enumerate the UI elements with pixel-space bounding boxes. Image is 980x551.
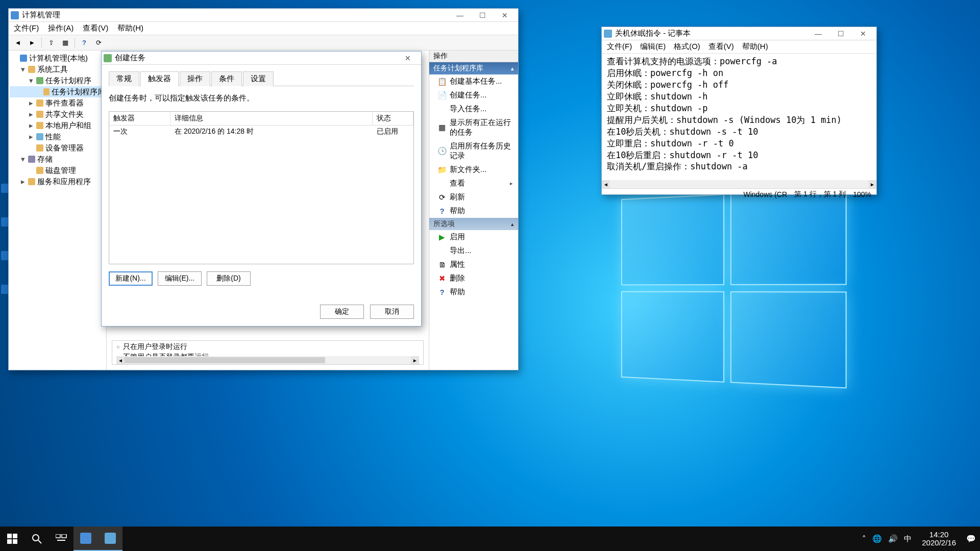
dialog-titlebar[interactable]: 创建任务 ✕ bbox=[102, 52, 421, 65]
notepad-title: 关机休眠指令 - 记事本 bbox=[615, 29, 691, 38]
up-button[interactable]: ⇧ bbox=[45, 37, 57, 49]
action-enable[interactable]: ▶启用 bbox=[429, 230, 518, 244]
np-menu-edit[interactable]: 编辑(E) bbox=[640, 42, 666, 52]
notepad-text-area[interactable]: 查看计算机支持的电源选项：powercfg -a 启用休眠：powercfg -… bbox=[602, 54, 876, 180]
np-menu-view[interactable]: 查看(V) bbox=[708, 42, 734, 52]
forward-button[interactable]: ► bbox=[26, 37, 38, 49]
action-export[interactable]: 导出... bbox=[429, 244, 518, 258]
menu-file[interactable]: 文件(F) bbox=[14, 23, 39, 33]
action-enable-history[interactable]: 🕓启用所有任务历史记录 bbox=[429, 139, 518, 163]
action-properties[interactable]: 🗎属性 bbox=[429, 258, 518, 271]
action-help[interactable]: ?帮助 bbox=[429, 204, 518, 218]
tree-root[interactable]: 计算机管理(本地) bbox=[10, 53, 105, 64]
notepad-titlebar[interactable]: 关机休眠指令 - 记事本 — ☐ ✕ bbox=[602, 27, 876, 40]
tray-volume-icon[interactable]: 🔊 bbox=[888, 534, 898, 543]
tree-local-users[interactable]: ▸本地用户和组 bbox=[10, 120, 105, 131]
np-maximize-button[interactable]: ☐ bbox=[829, 28, 852, 40]
new-trigger-button[interactable]: 新建(N)... bbox=[109, 271, 153, 286]
scroll-left-icon[interactable]: ◄ bbox=[116, 356, 125, 364]
list-row[interactable]: 一次 在 2020/2/16 的 14:28 时 已启用 bbox=[109, 126, 413, 138]
action-view[interactable]: 查看▸ bbox=[429, 177, 518, 190]
col-trigger[interactable]: 触发器 bbox=[109, 112, 170, 125]
np-status-os: Windows (CR bbox=[743, 190, 787, 198]
taskbar-app-mmc[interactable] bbox=[74, 527, 98, 551]
np-menu-format[interactable]: 格式(O) bbox=[674, 42, 700, 52]
radio-option-1[interactable]: 只在用户登录时运行 bbox=[123, 342, 187, 352]
refresh-button[interactable]: ⟳ bbox=[92, 37, 105, 49]
tree-device-manager[interactable]: 设备管理器 bbox=[10, 142, 105, 154]
np-status-pos: 第 1 行，第 1 列 bbox=[794, 190, 846, 199]
action-delete[interactable]: ✖删除 bbox=[429, 271, 518, 285]
action-refresh[interactable]: ⟳刷新 bbox=[429, 190, 518, 204]
tab-triggers[interactable]: 触发器 bbox=[140, 71, 179, 86]
task-view-button[interactable] bbox=[49, 527, 74, 551]
triggers-list[interactable]: 触发器 详细信息 状态 一次 在 2020/2/16 的 14:28 时 已启用 bbox=[109, 111, 414, 264]
menu-view[interactable]: 查看(V) bbox=[83, 23, 108, 33]
tree-performance[interactable]: ▸性能 bbox=[10, 131, 105, 142]
action-create-basic-task[interactable]: 📋创建基本任务... bbox=[429, 74, 518, 88]
minimize-button[interactable]: — bbox=[449, 9, 471, 21]
notepad-icon bbox=[604, 30, 612, 38]
chevron-up-icon: ▴ bbox=[511, 221, 514, 228]
nav-tree[interactable]: 计算机管理(本地) ▾系统工具 ▾任务计划程序 任务计划程序库 ▸事件查看器 ▸… bbox=[9, 51, 107, 370]
tab-general[interactable]: 常规 bbox=[109, 71, 139, 86]
action-import-task[interactable]: 导入任务... bbox=[429, 102, 518, 116]
tab-conditions[interactable]: 条件 bbox=[211, 71, 242, 86]
action-create-task[interactable]: 📄创建任务... bbox=[429, 88, 518, 102]
back-button[interactable]: ◄ bbox=[12, 37, 24, 49]
tray-ime-icon[interactable]: 中 bbox=[904, 534, 912, 544]
np-menu-file[interactable]: 文件(F) bbox=[607, 42, 632, 52]
tray-clock[interactable]: 14:20 2020/2/16 bbox=[918, 531, 960, 547]
props-button[interactable]: ▦ bbox=[59, 37, 71, 49]
menu-action[interactable]: 操作(A) bbox=[48, 23, 74, 33]
action-new-folder[interactable]: 📁新文件夹... bbox=[429, 163, 518, 177]
col-detail[interactable]: 详细信息 bbox=[170, 112, 373, 125]
main-titlebar[interactable]: 计算机管理 — ☐ ✕ bbox=[9, 9, 518, 22]
np-h-scrollbar[interactable]: ◄ ► bbox=[602, 180, 876, 188]
scroll-right-icon[interactable]: ► bbox=[411, 356, 419, 364]
tree-services-apps[interactable]: ▸服务和应用程序 bbox=[10, 176, 105, 187]
np-minimize-button[interactable]: — bbox=[807, 28, 829, 40]
dialog-tabs: 常规 触发器 操作 条件 设置 bbox=[109, 71, 414, 86]
tray-network-icon[interactable]: 🌐 bbox=[872, 534, 882, 543]
edit-trigger-button[interactable]: 编辑(E)... bbox=[158, 271, 202, 286]
tree-task-scheduler-library[interactable]: 任务计划程序库 bbox=[10, 86, 105, 97]
dialog-close-button[interactable]: ✕ bbox=[397, 52, 419, 64]
svg-rect-8 bbox=[57, 540, 65, 541]
actions-title: 操作 bbox=[429, 51, 518, 62]
np-close-button[interactable]: ✕ bbox=[852, 28, 874, 40]
tab-settings[interactable]: 设置 bbox=[243, 71, 274, 86]
cancel-button[interactable]: 取消 bbox=[370, 305, 414, 319]
action-show-running[interactable]: ▦显示所有正在运行的任务 bbox=[429, 116, 518, 139]
tree-event-viewer[interactable]: ▸事件查看器 bbox=[10, 97, 105, 109]
main-toolbar: ◄ ► ⇧ ▦ ? ⟳ bbox=[9, 35, 518, 51]
tab-actions[interactable]: 操作 bbox=[180, 71, 210, 86]
col-status[interactable]: 状态 bbox=[373, 112, 413, 125]
delete-trigger-button[interactable]: 删除(D) bbox=[207, 271, 251, 286]
tree-system-tools[interactable]: ▾系统工具 bbox=[10, 64, 105, 75]
notepad-window: 关机休眠指令 - 记事本 — ☐ ✕ 文件(F) 编辑(E) 格式(O) 查看(… bbox=[601, 27, 877, 195]
np-scroll-right-icon[interactable]: ► bbox=[868, 180, 876, 188]
help-button[interactable]: ? bbox=[78, 37, 90, 49]
action-help-2[interactable]: ?帮助 bbox=[429, 285, 518, 299]
actions-group2-header[interactable]: 所选项▴ bbox=[429, 218, 518, 230]
search-button[interactable] bbox=[24, 527, 49, 551]
menu-help[interactable]: 帮助(H) bbox=[117, 23, 143, 33]
h-scrollbar[interactable]: ◄ ► bbox=[116, 356, 419, 364]
start-button[interactable] bbox=[0, 527, 24, 551]
np-scroll-left-icon[interactable]: ◄ bbox=[602, 180, 610, 188]
ok-button[interactable]: 确定 bbox=[320, 305, 364, 319]
tray-chevron-up-icon[interactable]: ˄ bbox=[862, 534, 866, 543]
tree-storage[interactable]: ▾存储 bbox=[10, 154, 105, 165]
close-button[interactable]: ✕ bbox=[494, 9, 516, 21]
tree-task-scheduler[interactable]: ▾任务计划程序 bbox=[10, 75, 105, 86]
actions-group1-header[interactable]: 任务计划程序库▴ bbox=[429, 62, 518, 74]
taskbar-app-notepad[interactable] bbox=[98, 527, 122, 551]
scroll-thumb[interactable] bbox=[125, 357, 325, 363]
tray-time: 14:20 bbox=[922, 531, 956, 539]
tray-notifications-icon[interactable]: 💬 bbox=[966, 534, 976, 543]
tree-shared-folders[interactable]: ▸共享文件夹 bbox=[10, 109, 105, 120]
tree-disk-management[interactable]: 磁盘管理 bbox=[10, 165, 105, 176]
maximize-button[interactable]: ☐ bbox=[471, 9, 494, 21]
np-menu-help[interactable]: 帮助(H) bbox=[742, 42, 768, 52]
